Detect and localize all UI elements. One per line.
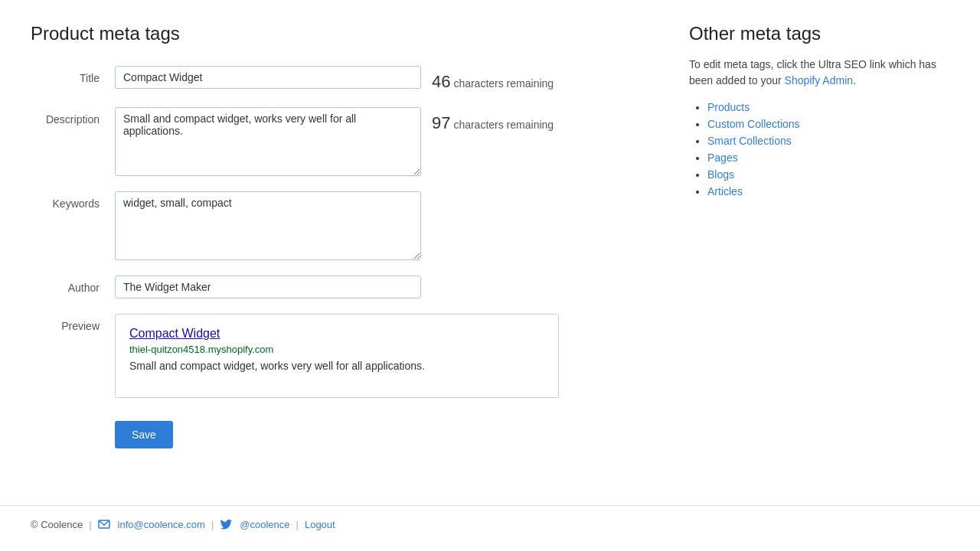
list-item: Smart Collections — [707, 135, 949, 147]
preview-label: Preview — [31, 314, 115, 332]
preview-field-wrap: Compact Widget thiel-quitzon4518.myshopi… — [115, 314, 628, 398]
keywords-input[interactable]: widget, small, compact — [115, 191, 421, 260]
author-row: Author — [31, 276, 628, 298]
author-input[interactable] — [115, 276, 421, 298]
title-input[interactable] — [115, 66, 421, 89]
preview-box: Compact Widget thiel-quitzon4518.myshopi… — [115, 314, 559, 398]
title-field-wrap: 46 characters remaining — [115, 66, 628, 92]
meta-link-blogs[interactable]: Blogs — [707, 168, 734, 181]
list-item: Products — [707, 101, 949, 113]
preview-title[interactable]: Compact Widget — [129, 327, 544, 341]
preview-row: Preview Compact Widget thiel-quitzon4518… — [31, 314, 628, 398]
page-title: Product meta tags — [31, 23, 628, 44]
list-item: Pages — [707, 152, 949, 164]
description-char-count: 97 characters remaining — [432, 107, 554, 133]
description-input[interactable]: Small and compact widget, works very wel… — [115, 107, 421, 176]
title-char-count: 46 characters remaining — [432, 66, 554, 92]
twitter-link[interactable]: @coolence — [240, 519, 289, 530]
description-field-wrap: Small and compact widget, works very wel… — [115, 107, 628, 176]
title-row: Title 46 characters remaining — [31, 66, 628, 92]
list-item: Custom Collections — [707, 118, 949, 130]
meta-links-list: ProductsCustom CollectionsSmart Collecti… — [689, 101, 949, 197]
right-panel: Other meta tags To edit meta tags, click… — [658, 23, 949, 482]
keywords-label: Keywords — [31, 191, 115, 210]
right-title: Other meta tags — [689, 23, 949, 44]
meta-link-smart-collections[interactable]: Smart Collections — [707, 135, 792, 147]
logout-link[interactable]: Logout — [305, 519, 335, 530]
email-link[interactable]: info@coolence.com — [118, 519, 205, 530]
keywords-row: Keywords widget, small, compact — [31, 191, 628, 260]
twitter-icon — [220, 518, 232, 530]
meta-link-products[interactable]: Products — [707, 101, 750, 113]
list-item: Blogs — [707, 168, 949, 181]
meta-link-articles[interactable]: Articles — [707, 185, 743, 197]
copyright: © Coolence — [31, 519, 83, 530]
description-row: Description Small and compact widget, wo… — [31, 107, 628, 176]
footer-sep-3: | — [296, 519, 299, 530]
description-count-number: 97 — [432, 113, 450, 132]
author-label: Author — [31, 276, 115, 294]
meta-link-pages[interactable]: Pages — [707, 152, 738, 164]
title-char-label: characters remaining — [453, 77, 554, 90]
description-char-label: characters remaining — [453, 119, 554, 131]
right-description: To edit meta tags, click the Ultra SEO l… — [689, 57, 949, 89]
preview-url: thiel-quitzon4518.myshopify.com — [129, 344, 544, 355]
footer: © Coolence | info@coolence.com | @coolen… — [0, 505, 980, 543]
description-label: Description — [31, 107, 115, 126]
shopify-admin-link[interactable]: Shopify Admin — [785, 74, 854, 86]
footer-sep-1: | — [89, 519, 91, 530]
left-panel: Product meta tags Title 46 characters re… — [31, 23, 658, 482]
mail-icon — [98, 518, 110, 530]
title-count-number: 46 — [432, 72, 450, 91]
title-label: Title — [31, 66, 115, 84]
author-field-wrap — [115, 276, 628, 298]
keywords-field-wrap: widget, small, compact — [115, 191, 628, 260]
meta-link-custom-collections[interactable]: Custom Collections — [707, 118, 800, 130]
footer-sep-2: | — [211, 519, 214, 530]
save-button[interactable]: Save — [115, 421, 173, 448]
preview-description: Small and compact widget, works very wel… — [129, 360, 425, 372]
list-item: Articles — [707, 185, 949, 197]
period: . — [853, 74, 856, 86]
